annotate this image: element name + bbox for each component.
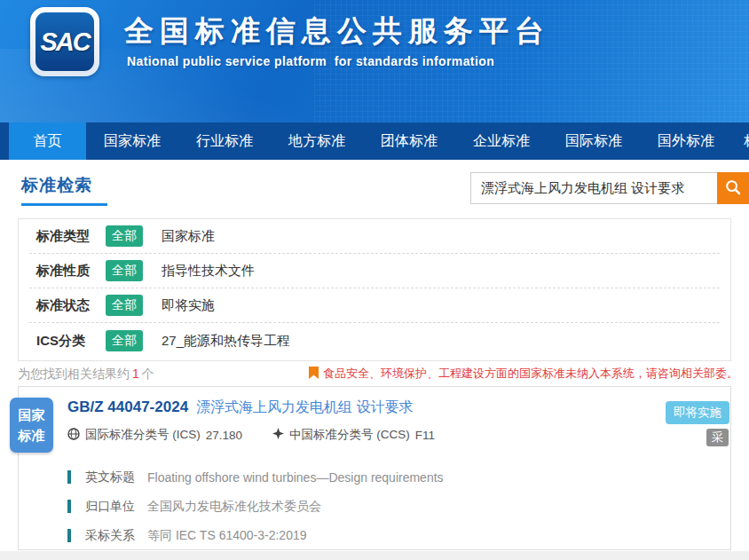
detail-bar bbox=[67, 500, 71, 513]
detail-value: 等同 IEC TS 61400-3-2:2019 bbox=[147, 528, 307, 544]
ccs-value: F11 bbox=[415, 429, 435, 442]
site-title: 全国标准信息公共服务平台 bbox=[124, 12, 550, 51]
detail-row-committee: 归口单位 全国风力发电标准化技术委员会 bbox=[67, 492, 444, 521]
filter-selected-value[interactable]: 国家标准 bbox=[162, 228, 215, 245]
detail-value: 全国风力发电标准化技术委员会 bbox=[147, 499, 321, 515]
nav-item-home[interactable]: 首页 bbox=[9, 122, 86, 160]
nav-item-local-standards[interactable]: 地方标准 bbox=[271, 122, 363, 160]
nav-item-national-standards[interactable]: 国家标准 bbox=[86, 122, 178, 160]
sac-logo[interactable]: SAC bbox=[30, 7, 99, 76]
result-summary-suffix: 个 bbox=[142, 367, 154, 381]
active-tab-underline bbox=[21, 203, 107, 206]
sac-logo-text: SAC bbox=[40, 28, 89, 57]
filter-row-standard-type: 标准类型 全部 国家标准 bbox=[29, 219, 720, 254]
compass-icon bbox=[272, 428, 284, 442]
nav-item-industry-standards[interactable]: 行业标准 bbox=[178, 122, 271, 160]
classification-meta: 国际标准分类号 (ICS) 27.180 中国标准分类号 (CCS) F11 bbox=[67, 427, 435, 443]
site-header: SAC 全国标准信息公共服务平台 National public service… bbox=[0, 0, 749, 122]
filter-selected-value[interactable]: 指导性技术文件 bbox=[162, 263, 255, 280]
nav-item-international-standards[interactable]: 国际标准 bbox=[548, 122, 640, 160]
ics-value: 27.180 bbox=[206, 429, 242, 442]
site-subtitle: National public service platform for sta… bbox=[127, 54, 494, 68]
standard-result-card: 国家 标准 GB/Z 44047-2024漂浮式海上风力发电机组 设计要求 国际… bbox=[18, 386, 731, 550]
section-tab-standard-search[interactable]: 标准检索 bbox=[21, 174, 92, 197]
filter-label: 标准状态 bbox=[36, 297, 106, 314]
nav-item-enterprise-standards[interactable]: 企业标准 bbox=[455, 122, 548, 160]
filter-all-badge[interactable]: 全部 bbox=[106, 330, 143, 351]
search-bar bbox=[470, 172, 749, 204]
standard-type-badge: 国家 标准 bbox=[10, 398, 53, 453]
standard-details: 英文标题 Floating offshore wind turbines—Des… bbox=[67, 462, 444, 550]
search-button[interactable] bbox=[717, 172, 749, 204]
detail-label: 归口单位 bbox=[85, 499, 135, 515]
status-badge: 即将实施 bbox=[666, 401, 729, 424]
standard-name: 漂浮式海上风力发电机组 设计要求 bbox=[196, 399, 413, 414]
result-summary-prefix: 为您找到相关结果约 bbox=[18, 367, 130, 381]
result-count: 1 bbox=[132, 367, 139, 381]
detail-label: 英文标题 bbox=[85, 469, 135, 485]
type-badge-line2: 标准 bbox=[19, 425, 45, 446]
result-summary: 为您找到相关结果约1个 bbox=[18, 367, 154, 383]
system-notice: 食品安全、环境保护、工程建设方面的国家标准未纳入本系统，请咨询相关部委。 bbox=[309, 366, 738, 382]
search-input[interactable] bbox=[470, 172, 717, 204]
sac-logo-inner: SAC bbox=[35, 12, 94, 71]
nav-item-foreign-standards[interactable]: 国外标准 bbox=[640, 122, 732, 160]
filter-selected-value[interactable]: 27_能源和热传导工程 bbox=[162, 333, 290, 350]
filter-all-badge[interactable]: 全部 bbox=[106, 260, 143, 281]
filter-row-ics-category: ICS分类 全部 27_能源和热传导工程 bbox=[29, 323, 720, 359]
detail-label: 采标关系 bbox=[85, 528, 135, 544]
filter-all-badge[interactable]: 全部 bbox=[106, 225, 143, 247]
main-nav: 首页 国家标准 行业标准 地方标准 团体标准 企业标准 国际标准 国外标准 标准… bbox=[0, 122, 749, 160]
globe-icon bbox=[67, 428, 80, 443]
ics-label: 国际标准分类号 (ICS) bbox=[85, 427, 201, 443]
filter-selected-value[interactable]: 即将实施 bbox=[162, 297, 215, 314]
standard-number: GB/Z 44047-2024 bbox=[67, 398, 188, 415]
detail-row-adoption: 采标关系 等同 IEC TS 61400-3-2:2019 bbox=[67, 521, 444, 550]
filter-row-standard-status: 标准状态 全部 即将实施 bbox=[29, 288, 720, 323]
detail-value: Floating offshore wind turbines—Design r… bbox=[147, 470, 444, 485]
detail-bar bbox=[67, 470, 71, 484]
ccs-label: 中国标准分类号 (CCS) bbox=[289, 427, 410, 443]
standard-title-link[interactable]: GB/Z 44047-2024漂浮式海上风力发电机组 设计要求 bbox=[67, 398, 414, 417]
notice-text: 食品安全、环境保护、工程建设方面的国家标准未纳入本系统，请咨询相关部委。 bbox=[323, 366, 738, 382]
filter-panel: 标准类型 全部 国家标准 标准性质 全部 指导性技术文件 标准状态 全部 即将实… bbox=[18, 218, 731, 361]
filter-all-badge[interactable]: 全部 bbox=[106, 295, 143, 316]
nav-item-clipped[interactable]: 标准动态 bbox=[732, 122, 749, 160]
bookmark-icon bbox=[309, 367, 319, 382]
filter-row-standard-nature: 标准性质 全部 指导性技术文件 bbox=[29, 254, 720, 288]
detail-bar bbox=[67, 529, 71, 542]
search-icon bbox=[725, 179, 741, 198]
adopted-badge: 采 bbox=[706, 429, 729, 446]
standards-platform-page: SAC 全国标准信息公共服务平台 National public service… bbox=[0, 0, 749, 560]
nav-item-group-standards[interactable]: 团体标准 bbox=[363, 122, 455, 160]
filter-label: 标准性质 bbox=[36, 263, 106, 280]
page-bottom-strip bbox=[0, 551, 749, 560]
filter-label: 标准类型 bbox=[36, 228, 106, 245]
filter-label: ICS分类 bbox=[36, 333, 106, 350]
detail-row-english-title: 英文标题 Floating offshore wind turbines—Des… bbox=[67, 462, 444, 492]
type-badge-line1: 国家 bbox=[19, 405, 45, 425]
